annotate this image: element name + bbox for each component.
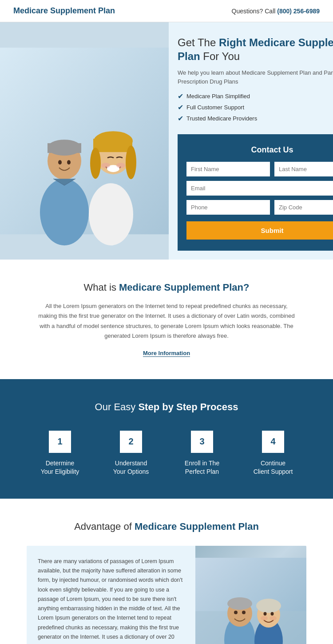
svg-point-21 — [227, 597, 252, 610]
hero-right: Get The Right Medicare Supplement Plan F… — [169, 22, 333, 260]
svg-point-15 — [101, 163, 110, 168]
phone-input[interactable] — [186, 200, 270, 215]
step-item-1: 1 DetermineYour Eligibility — [29, 431, 91, 476]
advantage-text-area: There are many variations of passages of… — [27, 546, 195, 644]
logo: Medicare Supplement Plan — [13, 6, 115, 16]
question-text: Questions? Call — [232, 8, 278, 15]
check-icon-1: ✔ — [178, 92, 183, 100]
svg-point-22 — [234, 611, 238, 614]
svg-point-29 — [261, 616, 268, 620]
step-item-3: 3 Enroll in ThePerfect Plan — [171, 431, 233, 476]
logo-rest: Supplement Plan — [48, 6, 115, 15]
advantage-title: Advantage of Medicare Supplement Plan — [27, 521, 306, 532]
check-label-1: Medicare Plan Simplified — [186, 93, 250, 100]
zip-input[interactable] — [274, 200, 333, 215]
svg-point-6 — [58, 160, 62, 164]
svg-point-23 — [242, 611, 246, 614]
check-icon-3: ✔ — [178, 114, 183, 123]
advantage-normal: Advantage of — [74, 521, 135, 532]
svg-point-7 — [67, 160, 71, 164]
step-item-2: 2 UnderstandYour Options — [100, 431, 162, 476]
svg-point-26 — [256, 599, 281, 613]
contact-form-wrapper: Contact Us Submit — [178, 134, 333, 251]
hero-subtitle: We help you learn about Medicare Supplem… — [178, 68, 333, 86]
advantage-image-svg — [195, 558, 306, 644]
hero-checklist: ✔Medicare Plan Simplified ✔Full Customer… — [178, 92, 333, 123]
hero-title-end: For You — [200, 50, 240, 62]
steps-title-normal: Our Easy — [95, 401, 139, 412]
phone-zip-row — [186, 200, 333, 215]
email-input[interactable] — [186, 181, 333, 196]
advantage-body: There are many variations of passages of… — [38, 557, 184, 644]
header-phone: Questions? Call (800) 256-6989 — [232, 8, 320, 15]
svg-rect-5 — [48, 143, 81, 153]
svg-point-28 — [271, 612, 274, 616]
advantage-bold: Medicare Supplement Plan — [135, 521, 259, 532]
hero-title: Get The Right Medicare Supplement Plan F… — [178, 36, 333, 63]
advantage-section: Advantage of Medicare Supplement Plan Th… — [0, 499, 333, 644]
contact-form-title: Contact Us — [186, 145, 333, 155]
check-label-3: Trusted Medicare Providers — [186, 115, 257, 122]
step-label-2: UnderstandYour Options — [113, 459, 149, 476]
step-item-4: 4 ContinueClient Support — [242, 431, 304, 476]
advantage-card: There are many variations of passages of… — [27, 546, 306, 644]
step-number-3: 3 — [191, 431, 213, 453]
steps-section: Our Easy Step by Step Process 1 Determin… — [0, 379, 333, 499]
hero-title-normal: Get The — [178, 36, 219, 48]
steps-title-bold: Step by Step Process — [138, 401, 238, 412]
what-is-normal: What is — [84, 282, 119, 293]
what-is-bold: Medicare Supplement Plan? — [119, 282, 249, 293]
what-is-body: All the Lorem Ipsum generators on the In… — [36, 301, 297, 340]
logo-bold: Medicare — [13, 6, 48, 15]
first-name-input[interactable] — [186, 162, 270, 176]
svg-point-13 — [126, 145, 136, 179]
submit-button[interactable]: Submit — [186, 221, 333, 240]
hero-image-svg — [0, 22, 169, 260]
check-icon-2: ✔ — [178, 103, 183, 112]
advantage-image — [195, 546, 306, 644]
step-number-1: 1 — [49, 431, 71, 453]
svg-point-12 — [90, 148, 101, 179]
svg-point-30 — [270, 616, 277, 620]
svg-point-8 — [89, 183, 133, 245]
svg-point-27 — [264, 612, 267, 616]
step-label-3: Enroll in ThePerfect Plan — [185, 459, 219, 476]
step-number-2: 2 — [120, 431, 142, 453]
last-name-input[interactable] — [274, 162, 333, 176]
what-is-title: What is Medicare Supplement Plan? — [36, 282, 297, 293]
svg-rect-11 — [93, 139, 132, 152]
phone-link[interactable]: (800) 256-6989 — [277, 8, 320, 15]
svg-point-2 — [40, 179, 89, 245]
step-number-4: 4 — [262, 431, 284, 453]
step-label-1: DetermineYour Eligibility — [41, 459, 79, 476]
name-row — [186, 162, 333, 176]
check-label-2: Full Customer Support — [186, 104, 244, 111]
check-item-3: ✔Trusted Medicare Providers — [178, 114, 333, 123]
svg-point-16 — [116, 163, 125, 168]
hero-text-area: Get The Right Medicare Supplement Plan F… — [178, 36, 333, 134]
check-item-1: ✔Medicare Plan Simplified — [178, 92, 333, 100]
more-info-link[interactable]: More Information — [143, 350, 190, 357]
steps-row: 1 DetermineYour Eligibility 2 Understand… — [18, 431, 315, 476]
what-is-section: What is Medicare Supplement Plan? All th… — [0, 260, 333, 379]
page-header: Medicare Supplement Plan Questions? Call… — [0, 0, 333, 22]
hero-image — [0, 22, 169, 260]
step-label-4: ContinueClient Support — [254, 459, 293, 476]
steps-title: Our Easy Step by Step Process — [18, 401, 315, 413]
hero-section: Get The Right Medicare Supplement Plan F… — [0, 22, 333, 260]
check-item-2: ✔Full Customer Support — [178, 103, 333, 112]
